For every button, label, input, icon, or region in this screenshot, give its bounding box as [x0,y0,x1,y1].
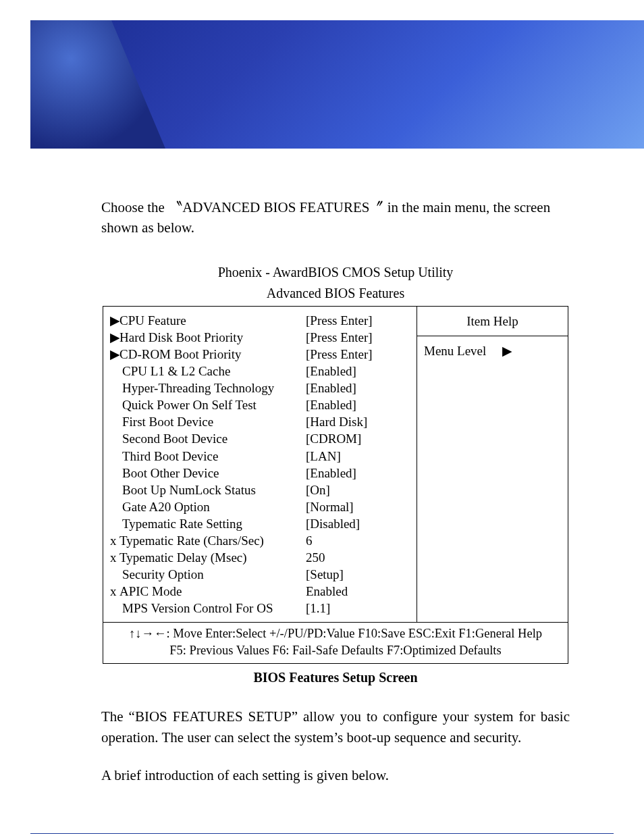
triangle-right-icon: ▶ [110,346,119,363]
setting-label: Security Option [122,567,204,581]
bios-footer-line2: F5: Previous Values F6: Fail-Safe Defaul… [109,642,562,659]
bios-row-label: CPU L1 & L2 Cache [110,363,299,380]
bios-row-value: 6 [306,532,414,549]
setting-label: Hard Disk Boot Priority [119,330,243,344]
bios-row-value: [LAN] [306,448,414,465]
setting-label: MPS Version Control For OS [122,601,273,615]
figure-caption: BIOS Features Setup Screen [101,668,570,687]
item-help-body: Menu Level ▶ [417,336,568,366]
setting-label: Third Boot Device [122,449,218,463]
bios-row-value: [CDROM] [306,430,414,447]
bios-row-label: Boot Up NumLock Status [110,481,299,498]
x-prefix: x [110,549,119,566]
bios-footer-keys: ↑↓→←: Move Enter:Select +/-/PU/PD:Value … [103,622,568,663]
bios-row-value: [1.1] [306,600,414,617]
bios-row-value: Enabled [306,583,414,600]
setting-label: Quick Power On Self Test [122,398,257,412]
bios-row-value: [Press Enter] [306,329,414,346]
bios-row-label: Third Boot Device [110,448,299,465]
bios-row-label: ▶ Hard Disk Boot Priority [110,329,299,346]
bios-title: Phoenix - AwardBIOS CMOS Setup Utility [101,263,570,282]
bios-row-label: ▶ CD-ROM Boot Priority [110,346,299,363]
setting-label: CPU Feature [119,313,186,328]
x-prefix: x [110,532,119,549]
triangle-right-icon: ▶ [502,344,512,358]
bios-row-label: Hyper-Threading Technology [110,380,299,396]
bios-row-value: [Hard Disk] [306,413,414,430]
bios-row-value: [Press Enter] [306,312,414,329]
bios-row-value: [On] [306,481,414,498]
triangle-right-icon: ▶ [110,312,119,329]
bios-row-value: [Setup] [306,566,414,583]
bios-row-label: ▶ CPU Feature [110,312,299,329]
paragraph-1: The “BIOS FEATURES SETUP” allow you to c… [101,706,570,748]
bios-settings-values: [Press Enter][Press Enter][Press Enter][… [303,307,417,622]
header-banner [30,20,644,150]
bios-row-label: Quick Power On Self Test [110,396,299,413]
bios-row-label: MPS Version Control For OS [110,600,299,617]
bios-row-value: [Disabled] [306,515,414,532]
bios-top: ▶ CPU Feature▶ Hard Disk Boot Priority▶ … [103,307,568,622]
item-help-heading: Item Help [417,307,568,337]
setting-label: Gate A20 Option [122,500,210,514]
setting-label: Typematic Delay (Msec) [119,550,247,565]
bios-row-value: [Press Enter] [306,346,414,363]
setting-label: Boot Up NumLock Status [122,483,256,497]
banner-art [30,20,165,149]
bios-row-label: Boot Other Device [110,465,299,481]
bios-row-value: 250 [306,549,414,566]
bios-row-label: Gate A20 Option [110,498,299,515]
bios-help-panel: Item Help Menu Level ▶ [417,307,568,622]
setting-label: Hyper-Threading Technology [122,381,274,395]
x-prefix: x [110,583,119,600]
triangle-right-icon: ▶ [110,329,119,346]
setting-label: Typematic Rate (Chars/Sec) [119,533,264,548]
bios-row-label: Typematic Rate Setting [110,515,299,532]
setting-label: Typematic Rate Setting [122,517,242,531]
page-content: Choose the 〝ADVANCED BIOS FEATURES〞 in t… [101,197,570,786]
bios-row-value: [Normal] [306,498,414,515]
paragraph-2: A brief introduction of each setting is … [101,765,570,785]
setting-label: CPU L1 & L2 Cache [122,364,230,378]
intro-paragraph: Choose the 〝ADVANCED BIOS FEATURES〞 in t… [101,197,570,238]
setting-label: Boot Other Device [122,466,219,480]
bios-row-label: Security Option [110,566,299,583]
bios-row-label: x Typematic Rate (Chars/Sec) [110,532,299,549]
bios-row-value: [Enabled] [306,396,414,413]
setting-label: CD-ROM Boot Priority [119,347,242,361]
setting-label: First Boot Device [122,415,213,429]
setting-label: APIC Mode [119,584,182,598]
menu-level-label: Menu Level [424,344,486,358]
bios-row-value: [Enabled] [306,363,414,380]
bios-row-label: x Typematic Delay (Msec) [110,549,299,566]
bios-row-label: First Boot Device [110,413,299,430]
bios-row-label: x APIC Mode [110,583,299,600]
bios-subtitle: Advanced BIOS Features [101,284,570,303]
setting-label: Second Boot Device [122,432,227,446]
bios-screen: ▶ CPU Feature▶ Hard Disk Boot Priority▶ … [103,306,568,664]
bios-row-label: Second Boot Device [110,430,299,447]
bios-footer-line1: ↑↓→←: Move Enter:Select +/-/PU/PD:Value … [109,625,562,642]
bios-row-value: [Enabled] [306,380,414,396]
bios-row-value: [Enabled] [306,465,414,481]
bios-settings-labels: ▶ CPU Feature▶ Hard Disk Boot Priority▶ … [103,307,303,622]
